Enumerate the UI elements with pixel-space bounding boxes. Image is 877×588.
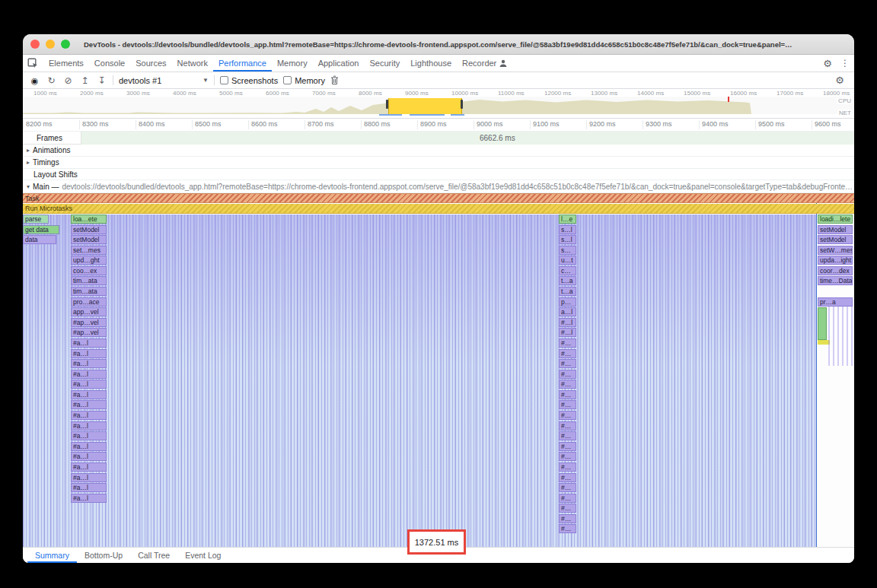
screenshots-toggle[interactable]: Screenshots xyxy=(220,76,278,85)
detail-tab[interactable]: Summary xyxy=(27,548,77,563)
garbage-collect-icon[interactable] xyxy=(330,75,339,85)
flame-event-bar[interactable]: #… xyxy=(559,462,576,472)
save-profile-button[interactable]: ↧ xyxy=(96,74,107,87)
panel-tab[interactable]: Recorder xyxy=(457,55,502,72)
more-options-icon[interactable]: ⋮ xyxy=(836,55,854,72)
record-button[interactable]: ◉ xyxy=(29,74,40,87)
flame-event-bar[interactable]: setModel xyxy=(818,225,853,234)
panel-tab[interactable]: Sources xyxy=(130,55,171,72)
flame-event-bar[interactable]: #… xyxy=(559,400,576,409)
disclosure-triangle-icon[interactable]: ▸ xyxy=(27,147,30,154)
flame-event-bar[interactable]: setW…mes xyxy=(818,246,853,255)
selection-left-handle[interactable] xyxy=(386,100,388,109)
flame-event-bar[interactable]: #a…l xyxy=(71,411,107,420)
capture-settings-gear-icon[interactable]: ⚙ xyxy=(831,75,848,86)
panel-tab[interactable]: Security xyxy=(364,55,405,72)
flame-event-bar[interactable]: t…a xyxy=(559,276,576,285)
flame-event-bar[interactable]: coo…ex xyxy=(71,266,107,275)
flame-event-bar[interactable]: a…l xyxy=(559,307,576,316)
flame-event-bar[interactable]: data xyxy=(23,235,56,244)
flame-event-bar[interactable]: tim…ata xyxy=(71,287,107,296)
flame-event-bar[interactable]: upda…ight xyxy=(818,256,853,265)
detail-tab[interactable]: Call Tree xyxy=(130,548,177,563)
panel-tab[interactable]: Elements xyxy=(43,55,89,72)
flame-event-bar[interactable]: #…l xyxy=(559,328,576,337)
flame-event-bar[interactable]: #a…l xyxy=(71,380,107,389)
panel-tab[interactable]: Memory xyxy=(272,55,313,72)
flame-event-bar[interactable]: setModel xyxy=(71,235,107,244)
detail-tab[interactable]: Bottom-Up xyxy=(77,548,130,563)
disclosure-triangle-icon[interactable]: ▸ xyxy=(27,159,30,166)
flame-event-bar[interactable]: #a…l xyxy=(71,421,107,431)
flame-chart[interactable]: Frames 6662.6 ms ▸ Animations ▸ Timings … xyxy=(23,132,854,547)
screenshots-checkbox[interactable] xyxy=(220,76,228,84)
flame-event-bar[interactable]: #… xyxy=(559,338,576,348)
disclosure-triangle-icon[interactable]: ▾ xyxy=(27,183,30,190)
flame-event-bar[interactable]: #… xyxy=(559,349,576,358)
flame-event-bar[interactable]: time…Data xyxy=(818,276,853,285)
flame-event-bar[interactable]: loa…ete xyxy=(71,215,107,224)
memory-checkbox[interactable] xyxy=(283,76,292,84)
flame-event-bar[interactable]: #a…l xyxy=(71,431,107,440)
flame-event-bar[interactable]: #…l xyxy=(559,318,576,327)
close-window-button[interactable] xyxy=(30,40,40,49)
flame-event-bar[interactable]: #a…l xyxy=(71,473,107,482)
flame-event-bar[interactable]: #ap…vel xyxy=(71,328,107,337)
flame-event-bar[interactable]: #a…l xyxy=(71,390,107,399)
flame-event-bar[interactable]: #… xyxy=(559,370,576,379)
target-select[interactable]: devtools #1 ▼ xyxy=(119,76,209,85)
flame-event-bar[interactable]: #a…l xyxy=(71,370,107,379)
flame-event-bar[interactable]: pr…a xyxy=(818,297,853,307)
flame-event-bar[interactable]: s…l xyxy=(559,225,576,234)
flame-event-bar[interactable]: #… xyxy=(559,380,576,389)
animations-track-header[interactable]: ▸ Animations xyxy=(23,145,854,157)
inspect-element-icon[interactable] xyxy=(23,55,43,72)
flame-event-bar[interactable]: #a…l xyxy=(71,462,107,472)
flame-event-bar[interactable]: get data xyxy=(23,225,59,234)
flame-event-bar[interactable]: #a…l xyxy=(71,452,107,461)
flame-event-bar[interactable]: #… xyxy=(559,504,576,513)
clear-recording-button[interactable]: ⊘ xyxy=(62,74,74,87)
flame-event-bar[interactable]: #a…l xyxy=(71,494,107,503)
flame-event-bar[interactable]: parse xyxy=(23,215,49,224)
flame-event-bar[interactable]: #… xyxy=(559,514,576,523)
panel-tab[interactable]: Console xyxy=(89,55,130,72)
flame-event-bar[interactable]: #… xyxy=(559,421,576,431)
detail-tab[interactable]: Event Log xyxy=(177,548,228,563)
flame-event-bar[interactable]: upd…ght xyxy=(71,256,107,265)
flame-event-bar[interactable]: setModel xyxy=(71,225,107,234)
timings-track-header[interactable]: ▸ Timings xyxy=(23,157,854,169)
flame-event-bar[interactable]: #a…l xyxy=(71,400,107,409)
flame-event-bar[interactable]: set…mes xyxy=(71,246,107,255)
minimize-window-button[interactable] xyxy=(46,40,55,49)
flame-event-bar[interactable]: #… xyxy=(559,442,576,451)
flame-event-bar[interactable]: #a…l xyxy=(71,338,107,348)
flame-event-bar[interactable]: app…vel xyxy=(71,307,107,316)
flame-event-bar[interactable]: #… xyxy=(559,431,576,440)
main-track-header[interactable]: ▾ Main — devtools://devtools/bundled/dev… xyxy=(23,180,854,193)
task-bar[interactable]: Task xyxy=(23,193,854,203)
flame-event-bar[interactable]: #… xyxy=(559,473,576,482)
flame-event-bar[interactable]: u…t xyxy=(559,256,576,265)
panel-tab[interactable]: Performance xyxy=(213,55,272,72)
panel-tab[interactable]: Network xyxy=(172,55,213,72)
flame-event-bar[interactable]: loadi…lete xyxy=(818,215,853,224)
flame-event-bar[interactable]: #a…l xyxy=(71,349,107,358)
flame-event-bar[interactable]: #… xyxy=(559,524,576,533)
flame-event-bar[interactable]: pro…ace xyxy=(71,297,107,307)
flame-event-bar[interactable]: s…l xyxy=(559,235,576,244)
flame-event-bar[interactable]: #… xyxy=(559,452,576,461)
zoom-window-button[interactable] xyxy=(61,40,70,49)
flame-event-bar[interactable]: t…a xyxy=(559,287,576,296)
flame-event-bar[interactable]: #… xyxy=(559,390,576,399)
run-microtasks-bar[interactable]: Run Microtasks xyxy=(23,204,854,214)
flame-event-bar[interactable]: #ap…vel xyxy=(71,318,107,327)
flame-event-bar[interactable]: tim…ata xyxy=(71,276,107,285)
flame-event-bar[interactable]: #a…l xyxy=(71,442,107,451)
flame-event-bar[interactable]: s… xyxy=(559,246,576,255)
selection-right-handle[interactable] xyxy=(461,100,463,109)
flame-event-bar[interactable]: #a…l xyxy=(71,359,107,368)
flame-event-bar[interactable]: #… xyxy=(559,494,576,503)
flame-event-bar[interactable]: l…e xyxy=(559,215,576,224)
flame-event-bar[interactable]: setModel xyxy=(818,235,853,244)
